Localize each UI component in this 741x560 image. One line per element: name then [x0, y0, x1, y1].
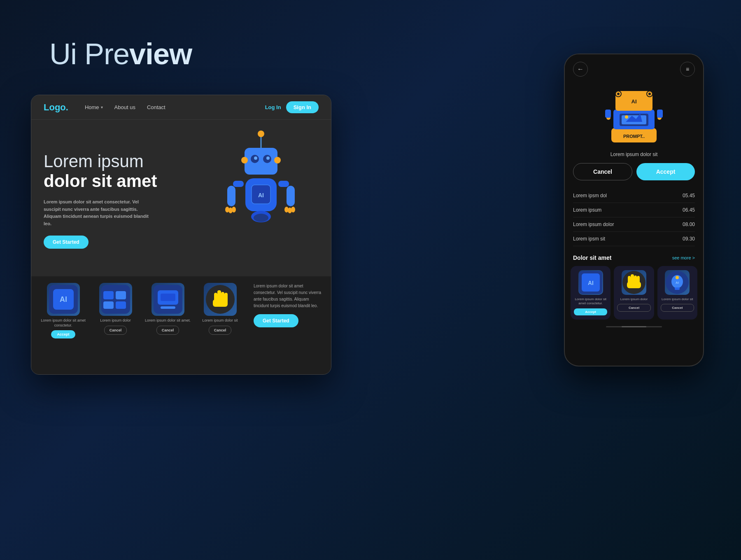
list-item-4-label: Lorem ipsm sit [573, 236, 605, 242]
card3-cancel-button[interactable]: Cancel [156, 326, 179, 335]
svg-point-48 [625, 115, 628, 119]
svg-text:PROMPT..: PROMPT.. [623, 134, 645, 139]
desktop-hero-title: Lorem ipsum dolor sit amet [44, 152, 319, 191]
desktop-logo: Logo. [44, 102, 68, 113]
wide-card-text: Lorem ipsum dolor sit amet consectetur. … [254, 283, 323, 309]
desktop-mockup: Logo. Home ▾ About us Contact Log In Sig… [31, 95, 331, 375]
mobile-mockup: ← ≡ PROMPT.. AI [564, 54, 704, 366]
mobile-small-card-3: AI Lorem ipsum dolor sit Cancel [657, 266, 697, 320]
mobile-scrollbar-thumb [622, 326, 646, 327]
svg-text:AI: AI [676, 281, 679, 285]
nav-home-label: Home [85, 104, 99, 110]
mobile-section-header: Dolor sit amet see more > [565, 254, 703, 261]
svg-rect-29 [116, 291, 126, 299]
svg-rect-41 [213, 299, 228, 307]
card1-label: Lorem ipsum dolor sit amet consctetur. [40, 318, 87, 328]
desktop-hero-desc: Lorem ipsum dolor sit amet consectetur. … [44, 198, 151, 227]
list-item-4: Lorem ipsm sit 09.30 [573, 232, 695, 246]
svg-rect-35 [161, 306, 175, 309]
svg-text:AI: AI [631, 98, 637, 105]
mobile-small-card-2: Lorem ipsum dolor Cancel [614, 266, 654, 320]
hero-get-started-button[interactable]: Get Started [44, 236, 89, 249]
svg-text:AI: AI [60, 295, 67, 303]
mobile-list: Lorem ipsm dol 05.45 Lorem ipsum 06.45 L… [565, 189, 703, 246]
desktop-nav-actions: Log In Sign In [265, 101, 319, 113]
svg-rect-34 [161, 294, 175, 301]
desktop-bottom: AI Lorem ipsum dolor sit amet consctetur… [31, 276, 331, 374]
mobile-see-more-link[interactable]: see more > [672, 255, 695, 260]
desktop-card-icon-3 [151, 283, 184, 316]
desktop-nav-links: Home ▾ About us Contact [85, 104, 265, 110]
svg-rect-67 [627, 282, 641, 288]
login-button[interactable]: Log In [265, 104, 281, 110]
mobile-back-button[interactable]: ← [573, 62, 588, 77]
desktop-hero-text: Lorem ipsum dolor sit amet Lorem ipsum d… [44, 152, 319, 249]
desktop-navbar: Logo. Home ▾ About us Contact Log In Sig… [31, 95, 331, 120]
svg-rect-31 [116, 301, 126, 309]
hero-title-bold: dolor sit amet [44, 171, 157, 191]
page-title: Ui Preview [49, 37, 192, 71]
mobile-card-3-label: Lorem ipsum dolor sit [662, 297, 693, 301]
mobile-small-card-1: AI Lorem ipsum dolor sit amet consctetur… [571, 266, 611, 320]
mobile-action-row: Cancel Accept [565, 163, 703, 180]
desktop-card-2: Lorem ipsum dolor Cancel [92, 283, 139, 335]
nav-about[interactable]: About us [114, 104, 135, 110]
card4-label: Lorem ipsum dolor sit [202, 318, 238, 323]
list-item-1: Lorem ipsm dol 05.45 [573, 189, 695, 203]
mobile-hero-image: PROMPT.. AI [601, 82, 667, 147]
svg-rect-30 [103, 301, 114, 309]
svg-point-71 [676, 276, 679, 279]
desktop-card-4: Lorem ipsum dolor sit Cancel [196, 283, 244, 335]
card4-cancel-button[interactable]: Cancel [209, 326, 232, 335]
mobile-menu-button[interactable]: ≡ [680, 62, 695, 77]
mobile-scrollbar[interactable] [606, 326, 662, 327]
mobile-card-icon-1: AI [578, 270, 603, 295]
list-item-1-label: Lorem ipsm dol [573, 193, 607, 198]
mobile-card1-accept-button[interactable]: Accept [574, 308, 607, 315]
chevron-down-icon: ▾ [101, 105, 103, 110]
card2-cancel-button[interactable]: Cancel [104, 326, 127, 335]
desktop-card-icon-2 [99, 283, 132, 316]
mobile-cards-row: AI Lorem ipsum dolor sit amet consctetur… [565, 266, 703, 320]
mobile-section-title: Dolor sit amet [573, 254, 611, 261]
list-item-3-value: 08.00 [683, 222, 695, 227]
card3-label: Lorem ipsum dolor sit amet. [145, 318, 191, 323]
wide-card-cta-button[interactable]: Get Started [254, 314, 298, 327]
nav-home[interactable]: Home ▾ [85, 104, 103, 110]
mobile-hero-label: Lorem ipsum dolor sit [565, 152, 703, 157]
desktop-hero: Lorem ipsum dolor sit amet Lorem ipsum d… [31, 120, 331, 276]
list-item-3-label: Lorem ipsum dolor [573, 222, 614, 227]
mobile-card-1-label: Lorem ipsum dolor sit amet consctetur. [574, 297, 607, 306]
svg-rect-28 [103, 291, 114, 299]
list-item-2: Lorem ipsum 06.45 [573, 203, 695, 217]
title-bold: view [129, 37, 192, 70]
mobile-card-icon-3: AI [665, 270, 690, 295]
nav-about-label: About us [114, 104, 135, 110]
svg-rect-57 [605, 110, 611, 118]
mobile-card-2-label: Lorem ipsum dolor [620, 297, 648, 301]
desktop-card-3: Lorem ipsum dolor sit amet. Cancel [144, 283, 191, 335]
desktop-card-icon-1: AI [47, 283, 80, 316]
list-item-3: Lorem ipsum dolor 08.00 [573, 217, 695, 232]
mobile-header: ← ≡ [565, 54, 703, 82]
list-item-4-value: 09.30 [683, 236, 695, 242]
svg-text:AI: AI [588, 280, 594, 286]
desktop-wide-card: Lorem ipsum dolor sit amet consectetur. … [249, 283, 323, 327]
svg-point-1 [258, 131, 264, 137]
svg-point-54 [648, 93, 651, 95]
card2-label: Lorem ipsum dolor [100, 318, 131, 323]
mobile-cancel-button[interactable]: Cancel [573, 163, 632, 180]
card1-accept-button[interactable]: Accept [51, 330, 75, 338]
desktop-card-1: AI Lorem ipsum dolor sit amet consctetur… [40, 283, 87, 338]
mobile-accept-button[interactable]: Accept [636, 163, 695, 180]
svg-point-52 [617, 93, 620, 95]
nav-contact[interactable]: Contact [147, 104, 165, 110]
mobile-card-icon-2 [622, 270, 646, 295]
list-item-1-value: 05.45 [683, 193, 695, 198]
hero-title-light: Lorem ipsum [44, 152, 144, 171]
signin-button[interactable]: Sign In [286, 101, 319, 113]
mobile-card3-cancel-button[interactable]: Cancel [661, 304, 694, 312]
mobile-card2-cancel-button[interactable]: Cancel [617, 304, 650, 312]
prompt-tower-svg: PROMPT.. AI [605, 85, 663, 145]
list-item-2-value: 06.45 [683, 207, 695, 213]
